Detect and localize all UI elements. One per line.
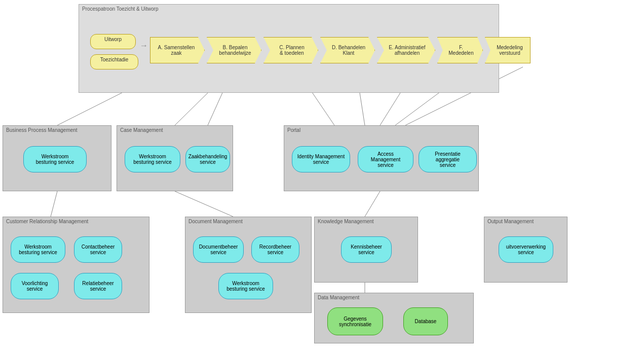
- node-portal-identity[interactable]: Identity Managementservice: [292, 146, 350, 172]
- group-data-title: Data Management: [318, 295, 359, 300]
- group-crm: Customer Relationship Management Werkstr…: [3, 217, 149, 313]
- node-crm-werkstroom[interactable]: Werkstroombesturing service: [11, 236, 65, 263]
- chevron-last: Mededelingverstuurd: [485, 37, 531, 63]
- chevron-a: A. Samenstellenzaak: [150, 37, 205, 63]
- node-knowledge-kennisbeheer[interactable]: Kennisbeheerservice: [341, 236, 392, 263]
- node-doc-recordbeheer[interactable]: Recordbeheerservice: [251, 236, 299, 263]
- node-doc-werkstroom[interactable]: Werkstroombesturing service: [218, 273, 273, 299]
- node-crm-contact[interactable]: Contactbeheerservice: [74, 236, 122, 263]
- node-data-database[interactable]: Database: [403, 307, 448, 335]
- svg-line-10: [365, 191, 380, 217]
- group-output: Output Management uitvoerverwerkingservi…: [484, 217, 567, 283]
- chevron-e: E. Administratiefafhandelen: [377, 37, 435, 63]
- node-portal-presentatie[interactable]: Presentatie aggregatieservice: [419, 146, 477, 172]
- group-doc: Document Management Documentbeheerservic…: [185, 217, 312, 313]
- start-node-toezichtadie: Toezichtadie: [90, 54, 138, 69]
- node-case-zaakbehandeling[interactable]: Zaakbehandelingservice: [185, 146, 230, 172]
- group-case: Case Management Werkstroombesturing serv…: [117, 125, 233, 191]
- process-panel: Procespatroon Toezicht & Uitworp Uitworp…: [79, 4, 499, 93]
- group-portal-title: Portal: [287, 127, 300, 133]
- node-crm-relatie[interactable]: Relatiebeheerservice: [74, 273, 122, 299]
- group-doc-title: Document Management: [188, 219, 243, 224]
- node-case-werkstroom[interactable]: Werkstroombesturing service: [125, 146, 180, 172]
- process-panel-title: Procespatroon Toezicht & Uitworp: [82, 6, 158, 12]
- svg-line-8: [51, 191, 57, 217]
- main-canvas: Procespatroon Toezicht & Uitworp Uitworp…: [0, 0, 644, 348]
- chevron-f: F. Mededelen: [437, 37, 483, 63]
- chevron-b: B. Bepalenbehandelwijze: [207, 37, 261, 63]
- group-case-title: Case Management: [120, 127, 163, 133]
- start-node-uitworp: Uitworp: [90, 34, 136, 49]
- chevron-c: C. Plannen& toedelen: [263, 37, 318, 63]
- node-crm-voorlichting[interactable]: Voorlichtingservice: [11, 273, 59, 299]
- group-knowledge-title: Knowledge Management: [318, 219, 374, 224]
- group-bpm: Business Process Management Werkstroombe…: [3, 125, 111, 191]
- arrow-connector: →: [140, 41, 148, 50]
- node-bpm-werkstroom[interactable]: Werkstroombesturing service: [23, 146, 87, 172]
- group-bpm-title: Business Process Management: [6, 127, 78, 133]
- node-doc-documentbeheer[interactable]: Documentbeheerservice: [193, 236, 244, 263]
- group-data: Data Management Gegevenssynchronisatie D…: [314, 293, 474, 343]
- chevron-d: D. BehandelenKlant: [320, 37, 375, 63]
- node-output-uitvoer[interactable]: uitvoerverwerkingservice: [499, 236, 553, 263]
- group-crm-title: Customer Relationship Management: [6, 219, 88, 224]
- group-portal: Portal Identity Managementservice Access…: [284, 125, 479, 191]
- node-portal-access[interactable]: Access Managementservice: [358, 146, 413, 172]
- group-output-title: Output Management: [487, 219, 534, 224]
- svg-line-9: [175, 191, 233, 217]
- node-data-gegevens[interactable]: Gegevenssynchronisatie: [327, 307, 383, 335]
- group-knowledge: Knowledge Management Kennisbeheerservice: [314, 217, 418, 283]
